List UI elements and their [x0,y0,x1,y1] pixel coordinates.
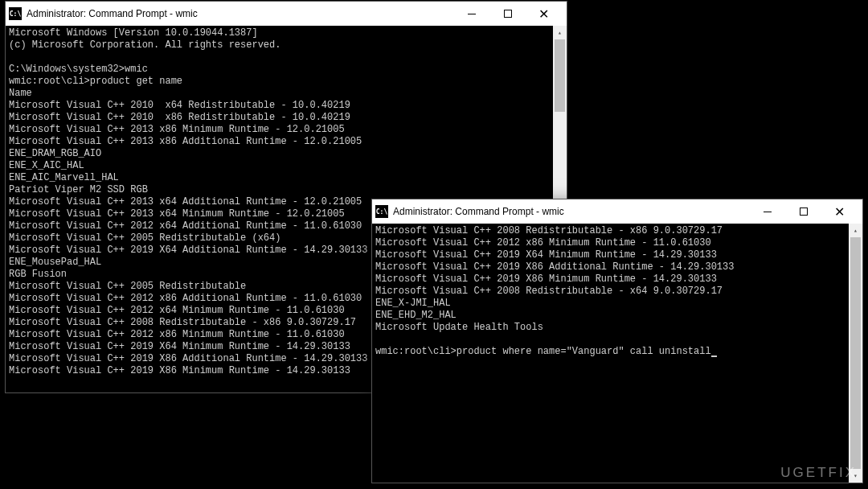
scrollbar[interactable]: ▴ ▾ [849,224,862,483]
close-button[interactable]: ✕ [526,2,562,26]
cmd-icon: C:\ [375,205,388,218]
minimize-button[interactable] [453,2,489,26]
minimize-button[interactable] [749,199,785,224]
cmd-window-front: C:\ Administrator: Command Prompt - wmic… [371,199,863,483]
maximize-button[interactable] [489,2,526,26]
maximize-button[interactable] [785,199,821,224]
titlebar[interactable]: C:\ Administrator: Command Prompt - wmic… [372,199,862,224]
scroll-thumb[interactable] [850,237,861,479]
window-title: Administrator: Command Prompt - wmic [393,206,749,217]
scroll-up-button[interactable]: ▴ [553,26,567,39]
titlebar[interactable]: C:\ Administrator: Command Prompt - wmic… [6,2,567,26]
scroll-thumb[interactable] [555,39,565,112]
window-title: Administrator: Command Prompt - wmic [27,8,453,19]
watermark: UGETFIX [780,465,857,481]
terminal-output[interactable]: Microsoft Visual C++ 2008 Redistributabl… [372,224,862,483]
cmd-icon: C:\ [9,7,22,20]
scroll-up-button[interactable]: ▴ [849,224,862,237]
close-button[interactable]: ✕ [821,199,858,224]
cursor [711,355,717,357]
